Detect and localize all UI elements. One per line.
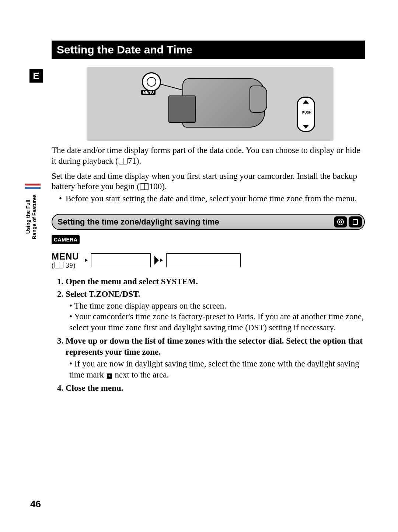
side-stripe-icon (25, 187, 41, 189)
step-1: Open the menu and select SYSTEM. (66, 276, 365, 287)
step-4: Close the menu. (66, 383, 365, 394)
intro-p2-ref: 100 (149, 182, 162, 191)
step-2-text: Select T.ZONE/DST. (66, 289, 140, 299)
step-4-text: Close the menu. (66, 383, 123, 393)
section-heading: Setting the time zone/daylight saving ti… (52, 214, 365, 230)
book-icon (140, 183, 149, 190)
page-number: 46 (30, 498, 41, 510)
section-heading-text: Setting the time zone/daylight saving ti… (57, 217, 219, 227)
selector-dial-icon (297, 97, 315, 132)
step-3-text: Move up or down the list of time zones w… (66, 336, 363, 357)
menu-step-box-1 (91, 253, 151, 267)
step-2-b1-text: The time zone display appears on the scr… (74, 301, 226, 310)
disc-mode-icon (334, 216, 347, 227)
step-2-bullet-1: The time zone display appears on the scr… (69, 300, 365, 312)
svg-point-1 (339, 221, 342, 223)
push-label: PUSH (302, 111, 311, 114)
step-3: Move up or down the list of time zones w… (66, 335, 365, 380)
side-tab-line2: Range of Features (31, 194, 37, 239)
side-tab: Using the Full Range of Features (25, 184, 41, 246)
steps-list: Open the menu and select SYSTEM. Select … (52, 276, 365, 394)
book-icon (55, 262, 63, 268)
camcorder-body-icon (182, 78, 265, 128)
step-2-bullet-2: Your camcorder's time zone is factory-pr… (69, 311, 365, 333)
arrow-right-icon (85, 258, 88, 262)
intro-p2a: Set the date and time display when you f… (52, 171, 357, 191)
step-1-text: Open the menu and select SYSTEM. (66, 277, 198, 286)
menu-label: MENU (52, 251, 79, 262)
camcorder-lens-icon (249, 86, 267, 113)
language-badge: E (29, 69, 43, 83)
intro-p1-ref: 71 (128, 156, 136, 166)
step-3-b1b-text: next to the area. (113, 370, 169, 379)
arrow-up-icon (303, 100, 309, 104)
book-icon (119, 158, 128, 164)
intro-paragraph-2: Set the date and time display when you f… (52, 171, 365, 192)
side-tab-line1: Using the Full (25, 200, 31, 234)
menu-path-row: MENU ( 39) (52, 251, 365, 270)
intro-paragraph-1: The date and/or time display forms part … (52, 145, 365, 167)
step-2: Select T.ZONE/DST. The time zone display… (66, 289, 365, 334)
menu-knob-label: MENU (141, 90, 156, 95)
menu-ref-number: 39 (66, 262, 73, 269)
arrow-down-icon (303, 125, 309, 129)
step-2-b2-text: Your camcorder's time zone is factory-pr… (69, 312, 364, 332)
camcorder-illustration: MENU PUSH (87, 67, 334, 141)
intro-p1a: The date and/or time display forms part … (52, 146, 360, 166)
intro-p2b: ). (162, 182, 167, 191)
svg-point-0 (338, 219, 343, 225)
intro-bullet: •Before you start setting the date and t… (52, 194, 365, 204)
menu-knob-icon (142, 72, 161, 91)
double-arrow-right-icon (154, 256, 159, 265)
dst-mark-icon: ✶ (107, 373, 112, 379)
intro-bullet-text: Before you start setting the date and ti… (66, 194, 357, 203)
camera-mode-badge: CAMERA (52, 235, 80, 244)
side-tab-text: Using the Full Range of Features (25, 191, 38, 243)
menu-page-ref: ( 39) (52, 261, 84, 270)
card-mode-icon (349, 216, 362, 227)
step-3-bullet-1: If you are now in daylight saving time, … (69, 358, 365, 380)
side-stripe-icon (25, 184, 41, 185)
arrow-right-icon (160, 258, 163, 262)
menu-step-box-2 (166, 253, 241, 267)
svg-rect-2 (353, 219, 357, 225)
page-title: Setting the Date and Time (52, 41, 365, 59)
intro-p1b: ). (136, 156, 141, 166)
camcorder-lcd-icon (168, 95, 196, 123)
